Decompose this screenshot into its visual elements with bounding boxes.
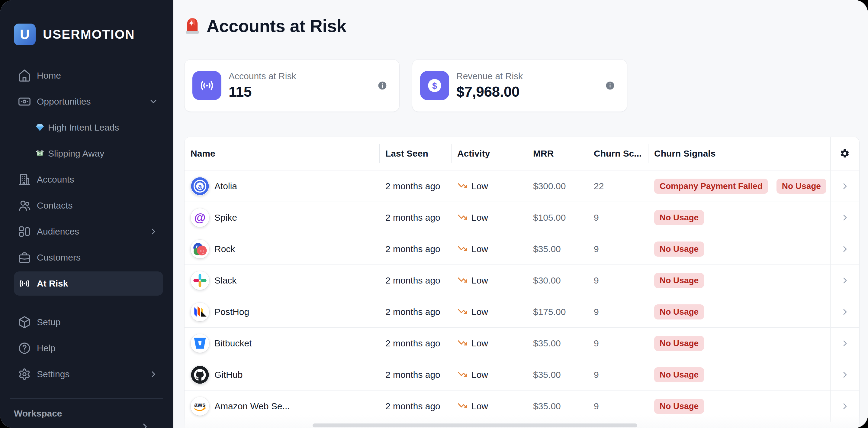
sidebar-item-setup[interactable]: Setup [14, 310, 163, 334]
churn-score-cell: 9 [588, 233, 648, 264]
last-seen-cell: 2 months ago [379, 202, 451, 233]
sidebar-item-settings[interactable]: Settings [14, 362, 163, 386]
sidebar-item-label: Home [37, 70, 61, 81]
sidebar-item-label: Help [37, 343, 56, 353]
table-row-atolia[interactable]: aaAtolia2 months agoLow$300.0022Company … [185, 170, 859, 202]
table-row-rock[interactable]: Rock2 months agoLow$35.009No Usage [185, 233, 859, 264]
account-name-cell: Slack [185, 265, 379, 296]
churn-score-cell: 9 [588, 391, 648, 422]
sidebar-item-audiences[interactable]: Audiences [14, 220, 163, 244]
column-settings-button[interactable] [830, 137, 859, 170]
grid-icon [18, 225, 31, 238]
row-actions-cell [830, 359, 859, 390]
chevron-right-icon[interactable] [840, 370, 850, 380]
page-title: Accounts at Risk [184, 16, 860, 36]
column-header-name[interactable]: Name [185, 137, 379, 170]
account-name: PostHog [214, 307, 249, 317]
home-icon [18, 68, 31, 83]
column-header-last_seen[interactable]: Last Seen [379, 137, 451, 170]
chevron-right-icon[interactable] [140, 421, 150, 428]
cube-icon [18, 315, 31, 329]
account-name-cell: GitHub [185, 359, 379, 390]
horizontal-scrollbar-thumb[interactable] [313, 424, 637, 427]
sidebar-item-opportunities[interactable]: Opportunities [14, 89, 163, 114]
activity-cell: Low [451, 202, 527, 233]
chevron-right-icon[interactable] [840, 339, 850, 348]
last-seen-cell: 2 months ago [379, 359, 451, 390]
rock-logo [191, 240, 209, 258]
chevron-right-icon[interactable] [840, 276, 850, 285]
churn-signals-cell: No Usage [648, 202, 830, 233]
table-row-bitbucket[interactable]: Bitbucket2 months agoLow$35.009No Usage [185, 327, 859, 359]
sidebar-item-help[interactable]: Help [14, 336, 163, 360]
activity-cell: Low [451, 265, 527, 296]
stat-label: Accounts at Risk [229, 71, 296, 81]
info-icon[interactable] [377, 81, 387, 90]
mrr-cell: $35.00 [527, 233, 588, 264]
table-row-spike[interactable]: @Spike2 months agoLow$105.009No Usage [185, 202, 859, 233]
svg-text:@: @ [194, 211, 206, 224]
sidebar-item-contacts[interactable]: Contacts [14, 194, 163, 218]
account-name: Atolia [214, 181, 237, 191]
churn-signals-cell: No Usage [648, 233, 830, 264]
sidebar-item-high-intent-leads[interactable]: High Intent Leads [14, 115, 163, 140]
table-row-amazon-web-se[interactable]: awsAmazon Web Se...2 months agoLow$35.00… [185, 390, 859, 422]
sidebar-item-slipping-away[interactable]: Slipping Away [14, 141, 163, 166]
spike-logo: @ [191, 208, 209, 227]
brand-name: USERMOTION [43, 27, 135, 42]
churn-signal-badge: No Usage [776, 179, 826, 194]
sidebar-item-label: Accounts [37, 174, 74, 185]
page-title-text: Accounts at Risk [207, 16, 346, 36]
chevron-right-icon[interactable] [840, 401, 850, 411]
mrr-cell: $30.00 [527, 265, 588, 296]
stat-value: $7,968.00 [456, 83, 523, 100]
chevron-right-icon[interactable] [840, 181, 850, 191]
sidebar-item-home[interactable]: Home [14, 63, 163, 88]
last-seen-cell: 2 months ago [379, 327, 451, 359]
table-row-posthog[interactable]: PostHog2 months agoLow$175.009No Usage [185, 296, 859, 327]
churn-signals-cell: No Usage [648, 296, 830, 327]
column-header-churn_signals[interactable]: Churn Signals [648, 137, 830, 170]
row-actions-cell [830, 327, 859, 359]
trending-down-icon [457, 338, 468, 349]
churn-signal-badge: No Usage [654, 399, 704, 414]
row-actions-cell [830, 170, 859, 202]
users-icon [18, 199, 31, 212]
activity-label: Low [471, 244, 488, 254]
sidebar-item-label: Contacts [37, 200, 72, 211]
accounts-table: NameLast SeenActivityMRRChurn Sc...Churn… [184, 137, 860, 428]
account-name: Slack [214, 275, 237, 286]
chevron-right-icon[interactable] [840, 213, 850, 223]
activity-label: Low [471, 370, 488, 380]
row-actions-cell [830, 391, 859, 422]
svg-text:aws: aws [194, 401, 206, 408]
sidebar-item-label: Setup [37, 317, 60, 327]
money-wings-icon [35, 148, 45, 159]
sidebar-item-label: Settings [37, 369, 69, 379]
stat-value: 115 [229, 83, 296, 100]
trending-down-icon [457, 244, 468, 255]
table-row-slack[interactable]: Slack2 months agoLow$30.009No Usage [185, 264, 859, 296]
info-icon[interactable] [605, 81, 615, 90]
atolia-logo: aa [191, 177, 209, 196]
chevron-right-icon[interactable] [840, 307, 850, 317]
chevron-right-icon[interactable] [840, 244, 850, 254]
mrr-cell: $35.00 [527, 359, 588, 390]
churn-signal-badge: No Usage [654, 210, 704, 225]
sidebar-item-accounts[interactable]: Accounts [14, 167, 163, 192]
brand[interactable]: U USERMOTION [0, 0, 173, 45]
table-row-github[interactable]: GitHub2 months agoLow$35.009No Usage [185, 359, 859, 390]
column-header-mrr[interactable]: MRR [527, 137, 588, 170]
svg-text:$: $ [432, 81, 437, 91]
sidebar-item-at-risk[interactable]: At Risk [14, 272, 163, 295]
account-name-cell: PostHog [185, 296, 379, 327]
banknote-icon [18, 95, 31, 109]
row-actions-cell [830, 233, 859, 264]
sidebar-nav: HomeOpportunitiesHigh Intent LeadsSlippi… [0, 63, 173, 388]
sidebar-item-customers[interactable]: Customers [14, 246, 163, 269]
column-header-activity[interactable]: Activity [451, 137, 527, 170]
last-seen-cell: 2 months ago [379, 265, 451, 296]
activity-label: Low [471, 401, 488, 411]
column-header-churn_score[interactable]: Churn Sc... [588, 137, 648, 170]
trending-down-icon [457, 401, 468, 412]
